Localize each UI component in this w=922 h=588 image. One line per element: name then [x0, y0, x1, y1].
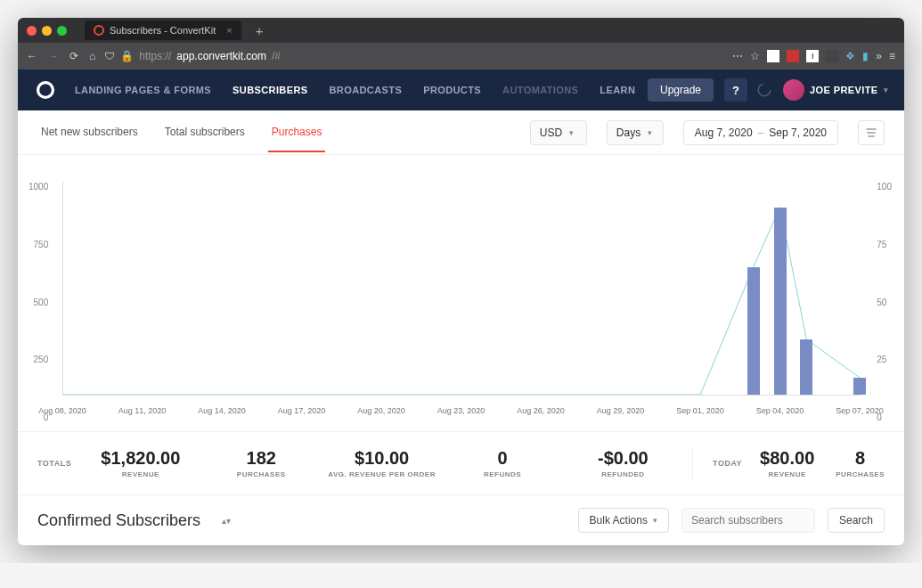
- chart-bar: [853, 378, 866, 395]
- avatar: [783, 79, 804, 101]
- x-tick-label: Aug 26, 2020: [517, 406, 565, 415]
- date-range-picker[interactable]: Aug 7, 2020 – Sep 7, 2020: [683, 120, 838, 145]
- forward-icon[interactable]: →: [48, 50, 59, 62]
- sort-icon: [865, 127, 877, 139]
- ext-icon-4[interactable]: [826, 50, 838, 62]
- chart-bar: [800, 339, 812, 395]
- close-tab-icon[interactable]: ×: [226, 25, 232, 36]
- bulk-actions-button[interactable]: Bulk Actions ▾: [578, 508, 669, 533]
- total-revenue: $1,820.00REVENUE: [80, 448, 200, 478]
- sort-button[interactable]: [858, 120, 885, 145]
- currency-select[interactable]: USD▾: [530, 120, 587, 145]
- chart-bar: [774, 208, 787, 395]
- chart-area: 10007505002500 1007550250 Aug 08, 2020Au…: [18, 155, 904, 431]
- x-tick-label: Sep 07, 2020: [836, 406, 884, 415]
- granularity-select[interactable]: Days▾: [607, 120, 664, 145]
- overflow-icon[interactable]: »: [876, 50, 882, 62]
- chart-line: [63, 208, 860, 395]
- titlebar: Subscribers - ConvertKit × +: [18, 18, 904, 43]
- x-tick-label: Aug 23, 2020: [437, 406, 485, 415]
- nav-item-products[interactable]: PRODUCTS: [423, 85, 481, 95]
- shield-icon: 🛡: [104, 50, 115, 62]
- browser-window: Subscribers - ConvertKit × + ← → ⟳ ⌂ 🛡 🔒…: [18, 18, 904, 545]
- convertkit-logo-icon[interactable]: [34, 78, 57, 102]
- user-name: JOE PREVITE: [810, 85, 878, 95]
- convertkit-favicon-icon: [94, 25, 104, 36]
- more-icon[interactable]: ⋯: [732, 50, 743, 62]
- maximize-window-button[interactable]: [57, 26, 67, 36]
- segment-title: Confirmed Subscribers: [37, 511, 200, 530]
- today-purchases: 8PURCHASES: [836, 448, 885, 478]
- chevron-down-icon: ▾: [569, 128, 574, 137]
- purchases-chart: 10007505002500 1007550250 Aug 08, 2020Au…: [53, 182, 869, 422]
- today-revenue: $80.00REVENUE: [760, 448, 814, 478]
- home-icon[interactable]: ⌂: [89, 50, 95, 62]
- search-input[interactable]: [681, 508, 815, 533]
- star-icon[interactable]: ☆: [750, 50, 760, 62]
- chart-bar: [747, 267, 760, 395]
- ext-icon-5[interactable]: ❖: [845, 50, 855, 62]
- x-tick-label: Sep 01, 2020: [676, 406, 724, 415]
- chevron-down-icon: ▾: [884, 86, 888, 94]
- total-refunded: -$0.00REFUNDED: [563, 448, 683, 478]
- browser-tab[interactable]: Subscribers - ConvertKit ×: [85, 20, 241, 40]
- minimize-window-button[interactable]: [42, 26, 52, 36]
- nav-item-automations[interactable]: AUTOMATIONS: [502, 85, 578, 95]
- activity-icon[interactable]: [756, 82, 772, 98]
- tab-title: Subscribers - ConvertKit: [110, 25, 216, 36]
- caret-down-icon: ▾: [653, 516, 657, 525]
- total-avg-revenue-per-order: $10.00AVG. REVENUE PER ORDER: [322, 448, 442, 478]
- x-tick-label: Aug 20, 2020: [357, 406, 405, 415]
- help-button[interactable]: ?: [724, 78, 747, 102]
- x-tick-label: Aug 14, 2020: [198, 406, 246, 415]
- menu-icon[interactable]: ≡: [889, 50, 895, 62]
- svg-point-2: [758, 84, 771, 96]
- lock-icon: 🔒: [120, 50, 134, 62]
- bottom-row: Confirmed Subscribers ▴▾ Bulk Actions ▾ …: [18, 494, 904, 545]
- url-field[interactable]: 🛡 🔒 https://app.convertkit.com/#: [104, 50, 723, 62]
- back-icon[interactable]: ←: [27, 50, 37, 62]
- search-input-field[interactable]: [691, 514, 805, 527]
- address-bar: ← → ⟳ ⌂ 🛡 🔒 https://app.convertkit.com/#…: [18, 43, 904, 69]
- total-purchases: 182PURCHASES: [201, 448, 322, 478]
- subtab-net-new-subscribers[interactable]: Net new subscribers: [37, 113, 142, 152]
- user-menu[interactable]: JOE PREVITE ▾: [783, 79, 888, 101]
- search-button[interactable]: Search: [828, 508, 885, 533]
- traffic-lights: [27, 26, 67, 36]
- x-tick-label: Aug 08, 2020: [38, 406, 86, 415]
- x-tick-label: Sep 04, 2020: [756, 406, 804, 415]
- new-tab-button[interactable]: +: [256, 23, 264, 38]
- toolbar-right-icons: ⋯ ☆ I ❖ ▮ » ≡: [732, 50, 895, 62]
- nav-item-landing-pages-forms[interactable]: LANDING PAGES & FORMS: [75, 85, 211, 95]
- x-tick-label: Aug 11, 2020: [118, 406, 167, 415]
- svg-point-0: [94, 26, 103, 35]
- nav-item-broadcasts[interactable]: BROADCASTS: [330, 85, 403, 95]
- x-tick-label: Aug 29, 2020: [597, 406, 645, 415]
- x-tick-label: Aug 17, 2020: [278, 406, 326, 415]
- chevron-down-icon: ▾: [648, 128, 652, 137]
- ext-icon-2[interactable]: [787, 50, 799, 62]
- nav-item-subscribers[interactable]: SUBSCRIBERS: [233, 85, 307, 95]
- ext-icon-6[interactable]: ▮: [862, 50, 869, 62]
- total-refunds: 0REFUNDS: [442, 448, 562, 478]
- sort-toggle[interactable]: ▴▾: [222, 516, 231, 526]
- nav-item-learn[interactable]: LEARN: [600, 85, 635, 95]
- ext-icon-1[interactable]: [767, 50, 779, 62]
- today-label: TODAY: [713, 459, 742, 468]
- totals-label: TOTALS: [37, 459, 71, 468]
- svg-point-1: [38, 83, 53, 98]
- app-nav: LANDING PAGES & FORMSSUBSCRIBERSBROADCAS…: [18, 69, 904, 110]
- subtab-total-subscribers[interactable]: Total subscribers: [161, 113, 249, 152]
- upgrade-button[interactable]: Upgrade: [648, 78, 714, 102]
- reload-icon[interactable]: ⟳: [69, 50, 78, 62]
- close-window-button[interactable]: [27, 26, 37, 36]
- totals-row: TOTALS $1,820.00REVENUE182PURCHASES$10.0…: [18, 431, 904, 494]
- subtab-purchases[interactable]: Purchases: [268, 113, 326, 152]
- sub-nav: Net new subscribersTotal subscribersPurc…: [18, 110, 904, 155]
- ext-icon-3[interactable]: I: [806, 50, 819, 62]
